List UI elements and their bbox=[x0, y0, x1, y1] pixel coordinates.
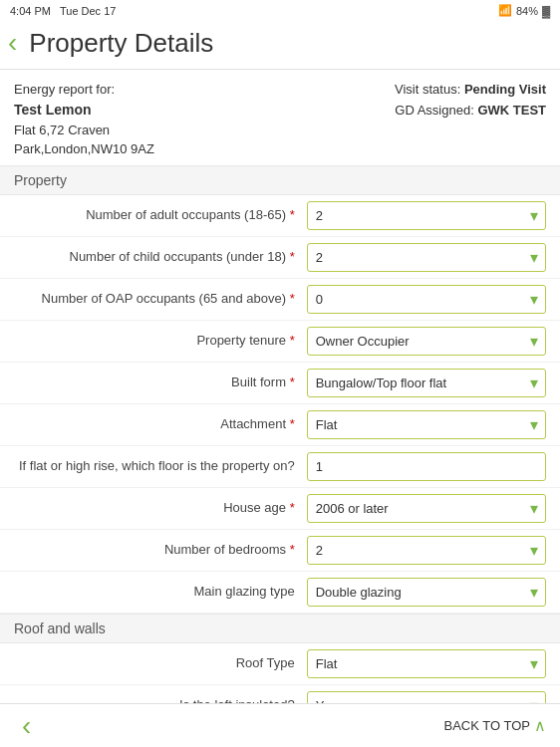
form-control-0-1: 012345+ bbox=[307, 243, 546, 272]
gd-assigned-value: GWK TEST bbox=[477, 103, 546, 118]
visit-status-value: Pending Visit bbox=[464, 82, 546, 97]
dropdown-0-7[interactable]: Pre 19001900-19291930-19491950-19661967-… bbox=[307, 494, 546, 523]
required-asterisk: * bbox=[286, 291, 295, 306]
dropdown-0-0[interactable]: 012345+ bbox=[307, 201, 546, 230]
status-bar: 4:04 PM Tue Dec 17 📶 84% ▓ bbox=[0, 0, 560, 21]
status-time-date: 4:04 PM Tue Dec 17 bbox=[10, 5, 116, 17]
dropdown-wrapper-0-0: 012345+ bbox=[307, 201, 546, 230]
gd-assigned-label: GD Assigned: bbox=[395, 103, 474, 118]
info-right: Visit status: Pending Visit GD Assigned:… bbox=[395, 80, 546, 159]
form-row-0-5: Attachment *DetachedSemi-detachedMid-ter… bbox=[0, 404, 560, 446]
dropdown-wrapper-0-8: 123456+ bbox=[307, 536, 546, 565]
footer: ‹ BACK TO TOP ∧ bbox=[0, 703, 560, 747]
required-asterisk: * bbox=[286, 249, 295, 264]
footer-back-chevron-icon: ‹ bbox=[22, 710, 31, 741]
form-control-0-5: DetachedSemi-detachedMid-terraceEnd-terr… bbox=[307, 410, 546, 439]
form-control-0-0: 012345+ bbox=[307, 201, 546, 230]
client-address: Flat 6,72 CravenPark,London,NW10 9AZ bbox=[14, 121, 154, 159]
required-asterisk: * bbox=[286, 374, 295, 389]
form-label-0-7: House age * bbox=[14, 500, 307, 517]
form-control-0-6 bbox=[307, 452, 546, 481]
form-row-1-0: Roof TypeFlatPitchedAnother dwelling abo… bbox=[0, 643, 560, 685]
dropdown-0-9[interactable]: Single glazingDouble glazingTriple glazi… bbox=[307, 578, 546, 607]
battery-icon: ▓ bbox=[542, 5, 550, 17]
energy-report-label: Energy report for: bbox=[14, 80, 154, 100]
section-header-0: Property bbox=[0, 165, 560, 195]
form-label-1-0: Roof Type bbox=[14, 655, 307, 672]
dropdown-wrapper-0-4: DetachedSemi-detachedMid-terraceEnd-terr… bbox=[307, 369, 546, 397]
form-row-0-0: Number of adult occupants (18-65) *01234… bbox=[0, 195, 560, 237]
form-row-0-6: If flat or high rise, which floor is the… bbox=[0, 446, 560, 488]
required-asterisk: * bbox=[286, 333, 295, 348]
dropdown-wrapper-0-3: Owner OccupierPrivate RentedSocial Housi… bbox=[307, 327, 546, 356]
section-header-1: Roof and walls bbox=[0, 614, 560, 643]
status-time: 4:04 PM bbox=[10, 5, 51, 17]
form-control-0-2: 012345+ bbox=[307, 285, 546, 314]
wifi-icon: 📶 bbox=[498, 4, 512, 17]
dropdown-0-8[interactable]: 123456+ bbox=[307, 536, 546, 565]
status-date: Tue Dec 17 bbox=[60, 5, 116, 17]
header: ‹ Property Details bbox=[0, 21, 560, 70]
page-title: Property Details bbox=[29, 28, 213, 59]
status-right: 📶 84% ▓ bbox=[498, 4, 550, 17]
required-asterisk: * bbox=[286, 500, 295, 515]
form-row-0-1: Number of child occupants (under 18) *01… bbox=[0, 237, 560, 279]
required-asterisk: * bbox=[286, 207, 295, 222]
form-row-0-3: Property tenure *Owner OccupierPrivate R… bbox=[0, 321, 560, 363]
form-label-0-9: Main glazing type bbox=[14, 584, 307, 601]
back-chevron-icon: ‹ bbox=[8, 29, 17, 57]
dropdown-wrapper-0-5: DetachedSemi-detachedMid-terraceEnd-terr… bbox=[307, 410, 546, 439]
dropdown-0-4[interactable]: DetachedSemi-detachedMid-terraceEnd-terr… bbox=[307, 369, 546, 397]
dropdown-wrapper-0-7: Pre 19001900-19291930-19491950-19661967-… bbox=[307, 494, 546, 523]
dropdown-wrapper-0-9: Single glazingDouble glazingTriple glazi… bbox=[307, 578, 546, 607]
section-0: Number of adult occupants (18-65) *01234… bbox=[0, 195, 560, 614]
form-label-0-8: Number of bedrooms * bbox=[14, 542, 307, 559]
visit-status-label: Visit status: bbox=[395, 82, 460, 97]
form-row-0-9: Main glazing typeSingle glazingDouble gl… bbox=[0, 572, 560, 614]
dropdown-wrapper-0-2: 012345+ bbox=[307, 285, 546, 314]
dropdown-0-2[interactable]: 012345+ bbox=[307, 285, 546, 314]
form-label-0-2: Number of OAP occupants (65 and above) * bbox=[14, 291, 307, 308]
back-to-top-button[interactable]: BACK TO TOP ∧ bbox=[444, 716, 546, 735]
content-area: Energy report for: Test Lemon Flat 6,72 … bbox=[0, 70, 560, 747]
form-row-0-2: Number of OAP occupants (65 and above) *… bbox=[0, 279, 560, 321]
info-panel: Energy report for: Test Lemon Flat 6,72 … bbox=[0, 70, 560, 165]
form-label-0-3: Property tenure * bbox=[14, 333, 307, 350]
dropdown-1-0[interactable]: FlatPitchedAnother dwelling above bbox=[307, 649, 546, 678]
form-label-0-0: Number of adult occupants (18-65) * bbox=[14, 207, 307, 224]
dropdown-0-3[interactable]: Owner OccupierPrivate RentedSocial Housi… bbox=[307, 327, 546, 356]
required-asterisk: * bbox=[286, 542, 295, 557]
dropdown-wrapper-1-0: FlatPitchedAnother dwelling above bbox=[307, 649, 546, 678]
gd-assigned-row: GD Assigned: GWK TEST bbox=[395, 101, 546, 122]
form-row-0-4: Built form *DetachedSemi-detachedMid-ter… bbox=[0, 363, 560, 404]
battery-level: 84% bbox=[516, 5, 538, 17]
text-input-0-6[interactable] bbox=[307, 452, 546, 481]
form-label-0-4: Built form * bbox=[14, 374, 307, 391]
form-label-0-6: If flat or high rise, which floor is the… bbox=[14, 458, 307, 475]
back-button[interactable]: ‹ bbox=[6, 27, 25, 59]
form-control-0-4: DetachedSemi-detachedMid-terraceEnd-terr… bbox=[307, 369, 546, 397]
client-name: Test Lemon bbox=[14, 100, 154, 121]
form-label-0-5: Attachment * bbox=[14, 416, 307, 433]
form-control-0-8: 123456+ bbox=[307, 536, 546, 565]
back-to-top-label: BACK TO TOP bbox=[444, 718, 530, 733]
chevron-up-icon: ∧ bbox=[534, 716, 546, 735]
dropdown-0-5[interactable]: DetachedSemi-detachedMid-terraceEnd-terr… bbox=[307, 410, 546, 439]
dropdown-0-1[interactable]: 012345+ bbox=[307, 243, 546, 272]
sections-container: PropertyNumber of adult occupants (18-65… bbox=[0, 165, 560, 748]
form-row-0-8: Number of bedrooms *123456+ bbox=[0, 530, 560, 572]
form-control-0-3: Owner OccupierPrivate RentedSocial Housi… bbox=[307, 327, 546, 356]
visit-status-row: Visit status: Pending Visit bbox=[395, 80, 546, 101]
info-left: Energy report for: Test Lemon Flat 6,72 … bbox=[14, 80, 154, 159]
footer-back-button[interactable]: ‹ bbox=[14, 712, 39, 740]
form-control-1-0: FlatPitchedAnother dwelling above bbox=[307, 649, 546, 678]
form-row-0-7: House age *Pre 19001900-19291930-1949195… bbox=[0, 488, 560, 530]
form-control-0-7: Pre 19001900-19291930-19491950-19661967-… bbox=[307, 494, 546, 523]
dropdown-wrapper-0-1: 012345+ bbox=[307, 243, 546, 272]
required-asterisk: * bbox=[286, 416, 295, 431]
form-control-0-9: Single glazingDouble glazingTriple glazi… bbox=[307, 578, 546, 607]
form-label-0-1: Number of child occupants (under 18) * bbox=[14, 249, 307, 266]
